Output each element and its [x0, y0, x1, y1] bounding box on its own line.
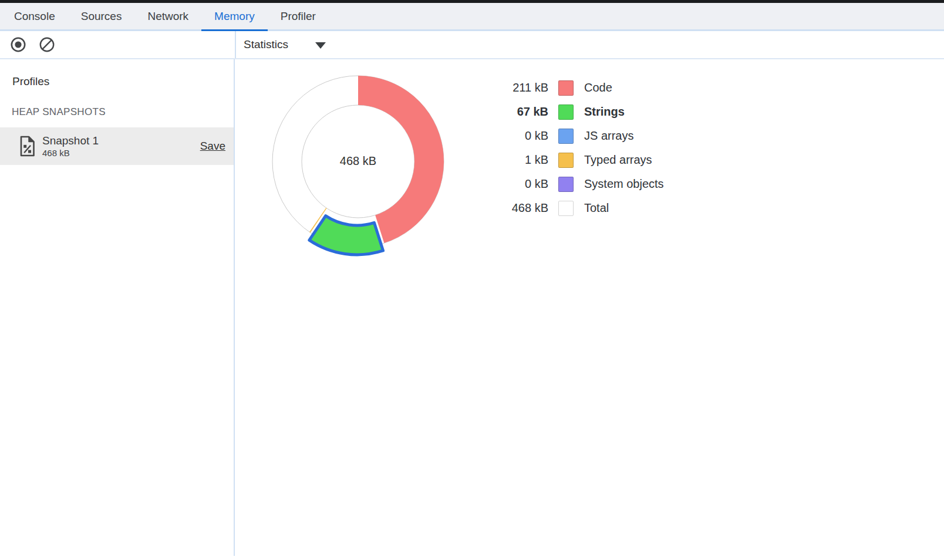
- profiles-toolbar: [0, 31, 235, 58]
- snapshot-size: 468 kB: [42, 148, 99, 158]
- perspective-select[interactable]: Statistics: [244, 38, 326, 51]
- tab-network[interactable]: Network: [134, 3, 201, 29]
- legend-row-code[interactable]: 211 kBCode: [498, 76, 664, 100]
- chevron-down-icon: [315, 42, 326, 49]
- legend-swatch-typed-arrays: [558, 153, 574, 168]
- donut-slice-strings[interactable]: [309, 216, 383, 255]
- legend-label-system-objects: System objects: [584, 177, 664, 191]
- perspective-select-value: Statistics: [244, 38, 288, 51]
- legend-row-total[interactable]: 468 kBTotal: [498, 196, 664, 220]
- record-icon[interactable]: [10, 36, 26, 53]
- tab-memory-label: Memory: [214, 10, 255, 23]
- legend-value-system-objects: 0 kB: [498, 177, 548, 191]
- statistics-toolbar: Statistics: [235, 31, 944, 58]
- profiles-heading: Profiles: [0, 59, 234, 88]
- legend-label-code: Code: [584, 81, 612, 95]
- donut-center-label: 468 kB: [299, 154, 417, 168]
- statistics-legend: 211 kBCode67 kBStrings0 kBJS arrays1 kBT…: [498, 76, 664, 220]
- heap-snapshot-icon: [19, 136, 35, 157]
- tab-profiler[interactable]: Profiler: [268, 3, 329, 29]
- tab-sources-label: Sources: [81, 10, 122, 23]
- tab-console[interactable]: Console: [1, 3, 68, 29]
- devtools-window: Console Sources Network Memory Profiler: [0, 0, 944, 560]
- legend-row-system-objects[interactable]: 0 kBSystem objects: [498, 172, 664, 196]
- snapshot-text-block: Snapshot 1 468 kB: [42, 134, 99, 158]
- tab-memory[interactable]: Memory: [201, 3, 268, 29]
- statistics-pane: 468 kB 211 kBCode67 kBStrings0 kBJS arra…: [235, 59, 944, 556]
- legend-label-js-arrays: JS arrays: [584, 129, 633, 143]
- legend-label-strings: Strings: [584, 105, 625, 119]
- tab-profiler-label: Profiler: [281, 10, 316, 23]
- tab-sources[interactable]: Sources: [68, 3, 135, 29]
- legend-value-total: 468 kB: [498, 201, 548, 215]
- memory-toolbar: Statistics: [0, 31, 944, 59]
- legend-label-total: Total: [584, 201, 609, 215]
- tab-network-label: Network: [147, 10, 188, 23]
- legend-value-strings: 67 kB: [498, 105, 548, 119]
- snapshot-title: Snapshot 1: [42, 134, 99, 147]
- legend-swatch-code: [558, 80, 574, 96]
- legend-row-typed-arrays[interactable]: 1 kBTyped arrays: [498, 148, 664, 172]
- legend-value-typed-arrays: 1 kB: [498, 153, 548, 167]
- legend-swatch-strings: [558, 104, 574, 120]
- legend-row-strings[interactable]: 67 kBStrings: [498, 100, 664, 124]
- legend-swatch-js-arrays: [558, 129, 574, 144]
- heap-snapshots-section-heading: HEAP SNAPSHOTS: [12, 106, 234, 118]
- legend-value-code: 211 kB: [498, 81, 548, 95]
- legend-swatch-total: [558, 201, 574, 216]
- devtools-tabbar: Console Sources Network Memory Profiler: [0, 3, 944, 31]
- profiles-sidebar: Profiles HEAP SNAPSHOTS Snapshot 1 468 k…: [0, 59, 235, 556]
- clear-all-icon[interactable]: [39, 36, 55, 53]
- legend-row-js-arrays[interactable]: 0 kBJS arrays: [498, 124, 664, 148]
- memory-panel-body: Profiles HEAP SNAPSHOTS Snapshot 1 468 k…: [0, 59, 944, 556]
- legend-label-typed-arrays: Typed arrays: [584, 153, 652, 167]
- save-snapshot-link[interactable]: Save: [200, 140, 225, 153]
- legend-swatch-system-objects: [558, 177, 574, 192]
- tab-console-label: Console: [14, 10, 55, 23]
- sidebar-item-snapshot-1[interactable]: Snapshot 1 468 kB Save: [0, 127, 234, 165]
- legend-value-js-arrays: 0 kB: [498, 129, 548, 143]
